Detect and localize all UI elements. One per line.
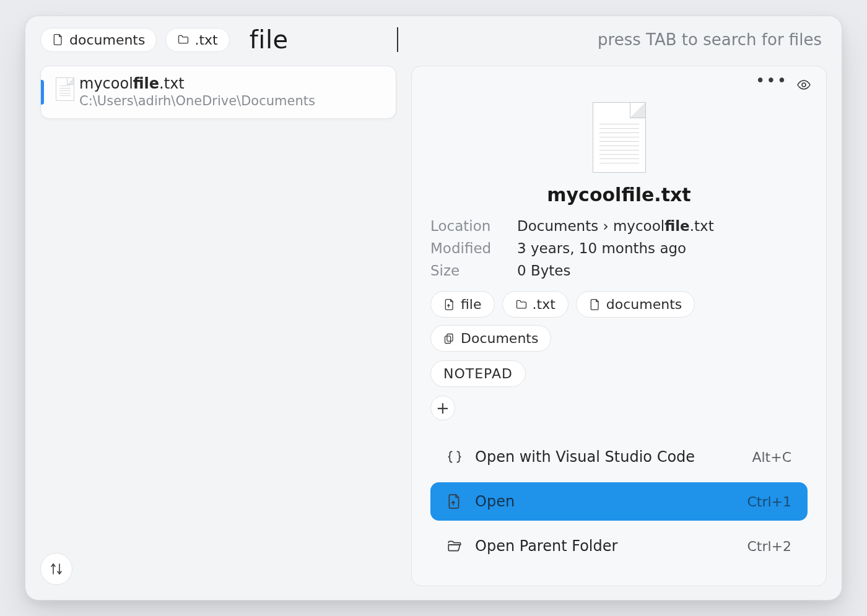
action-label: Open Parent Folder <box>475 537 617 555</box>
result-title: mycoolfile.txt <box>79 75 385 92</box>
main-body: mycoolfile.txt C:\Users\adirh\OneDrive\D… <box>25 58 842 600</box>
tag-documents-folder[interactable]: Documents <box>430 325 551 352</box>
tag-file[interactable]: file <box>430 291 495 318</box>
action-open[interactable]: Open Ctrl+1 <box>430 482 808 521</box>
search-hint: press TAB to search for files <box>598 30 827 49</box>
filter-pill-documents[interactable]: documents <box>40 28 157 52</box>
file-up-icon <box>447 493 463 510</box>
meta-location-label: Location <box>430 218 517 234</box>
launcher-window: documents .txt file press TAB to search … <box>25 15 842 601</box>
meta-size-value: 0 Bytes <box>517 262 808 279</box>
sort-button[interactable] <box>40 553 72 585</box>
braces-icon <box>447 449 463 465</box>
more-icon[interactable]: ••• <box>756 77 788 92</box>
tag-txt[interactable]: .txt <box>502 291 569 318</box>
tag-row-2: NOTEPAD <box>430 360 808 387</box>
add-tag-button[interactable]: + <box>430 396 455 420</box>
search-input[interactable]: file <box>250 27 398 52</box>
action-label: Open <box>475 493 515 510</box>
tag-notepad[interactable]: NOTEPAD <box>430 360 526 387</box>
tag-row: file .txt documents Documents <box>430 291 808 352</box>
filter-label: .txt <box>194 32 217 48</box>
sort-icon <box>49 562 64 576</box>
filter-pill-txt[interactable]: .txt <box>165 28 229 52</box>
action-shortcut: Alt+C <box>752 449 791 465</box>
folder-open-icon <box>447 538 463 554</box>
eye-icon[interactable] <box>796 77 811 92</box>
preview-title: mycoolfile.txt <box>430 184 808 206</box>
action-open-vscode[interactable]: Open with Visual Studio Code Alt+C <box>430 438 808 476</box>
document-icon <box>52 33 64 46</box>
search-bar: documents .txt file press TAB to search … <box>25 16 842 58</box>
filter-label: documents <box>69 32 145 48</box>
file-up-icon <box>443 298 456 311</box>
action-shortcut: Ctrl+2 <box>747 539 791 554</box>
meta-size-label: Size <box>430 262 517 279</box>
result-path: C:\Users\adirh\OneDrive\Documents <box>79 93 385 108</box>
tag-row-3: + <box>430 396 808 420</box>
duplicate-icon <box>443 332 456 345</box>
results-list: mycoolfile.txt C:\Users\adirh\OneDrive\D… <box>40 66 396 586</box>
meta-location-value: Documents › mycoolfile.txt <box>517 218 808 234</box>
folder-icon <box>177 33 190 46</box>
text-file-icon <box>54 76 76 102</box>
file-thumbnail-icon <box>593 102 646 173</box>
action-shortcut: Ctrl+1 <box>747 494 791 510</box>
tag-documents[interactable]: documents <box>576 291 695 318</box>
action-label: Open with Visual Studio Code <box>475 448 695 466</box>
document-icon <box>589 298 601 311</box>
preview-pane: ••• mycoolfile.txt Location Documents › … <box>411 66 827 586</box>
actions-list: Open with Visual Studio Code Alt+C Open … <box>430 438 808 565</box>
meta-modified-value: 3 years, 10 months ago <box>517 240 808 256</box>
file-metadata: Location Documents › mycoolfile.txt Modi… <box>430 218 808 279</box>
result-item[interactable]: mycoolfile.txt C:\Users\adirh\OneDrive\D… <box>40 66 396 119</box>
folder-icon <box>515 298 528 311</box>
meta-modified-label: Modified <box>430 240 517 256</box>
action-open-parent[interactable]: Open Parent Folder Ctrl+2 <box>430 527 808 565</box>
